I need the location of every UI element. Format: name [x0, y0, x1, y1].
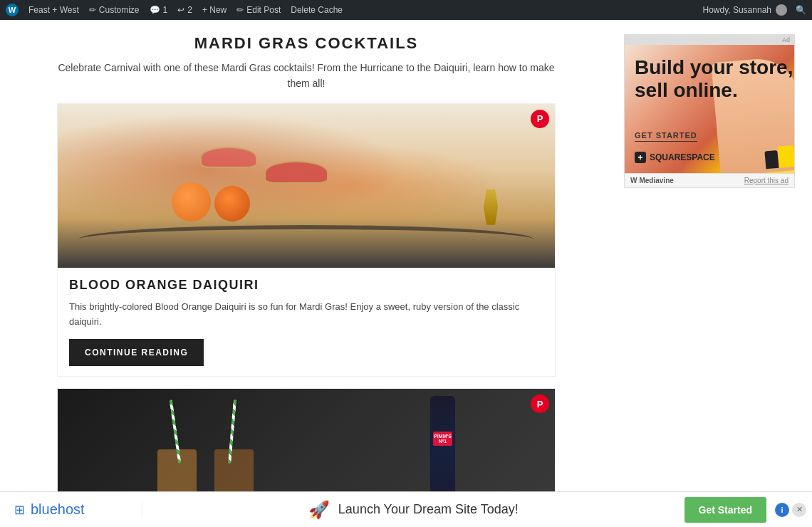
admin-bar: W Feast + West ✏ Customize 💬 1 ↩ 2 + New… [0, 0, 812, 20]
recipe-card-1: P BLOOD ORANGE DAIQUIRI This brightly-co… [57, 103, 556, 377]
admin-bar-howdy[interactable]: Howdy, Susannah [702, 4, 787, 16]
admin-bar-new[interactable]: + New [202, 5, 227, 15]
sidebar-ad: Ad Build your store, sell online. GET ST… [624, 34, 795, 188]
squarespace-headline: Build your store, sell online. [635, 56, 794, 102]
admin-bar-site-name[interactable]: Feast + West [28, 5, 79, 15]
mediavine-logo: W Mediavine [630, 177, 674, 184]
admin-bar-revisions[interactable]: ↩ 2 [177, 5, 192, 15]
user-avatar [776, 4, 787, 16]
recipe-1-name: BLOOD ORANGE DAIQUIRI [69, 278, 543, 293]
ad-badge: Ad [625, 35, 794, 45]
nail-black [764, 150, 779, 169]
sidebar: Ad Build your store, sell online. GET ST… [613, 20, 812, 527]
edit-icon: ✏ [236, 5, 244, 15]
mardi-gras-beads [79, 225, 533, 254]
ad-controls: i ✕ [775, 503, 812, 517]
cocktail-glass-1 [200, 147, 257, 168]
pimms-label: PIMM'SNº1 [433, 432, 452, 446]
recipe-card-1-image: P [58, 104, 555, 268]
orange-fruit-1 [172, 182, 211, 221]
post-subtitle: Celebrate Carnival with one of these Mar… [57, 60, 556, 92]
mediavine-text: Mediavine [639, 177, 673, 184]
admin-bar-wp-logo[interactable]: W [6, 4, 19, 16]
gold-jigger [484, 189, 498, 225]
customize-label: Customize [99, 5, 140, 15]
bluehost-tagline-text: Launch Your Dream Site Today! [338, 502, 519, 517]
post-header: MARDI GRAS COCKTAILS Celebrate Carnival … [0, 34, 613, 103]
squarespace-icon [635, 152, 646, 163]
revisions-icon: ↩ [177, 5, 184, 15]
bluehost-logo: ⊞ bluehost [0, 501, 142, 518]
edit-post-label: Edit Post [246, 5, 281, 15]
bluehost-text: bluehost [31, 501, 85, 518]
rocket-icon: 🚀 [308, 500, 330, 520]
main-wrapper: MARDI GRAS COCKTAILS Celebrate Carnival … [0, 20, 812, 527]
get-started-button[interactable]: Get Started [685, 497, 766, 523]
admin-bar-delete-cache[interactable]: Delete Cache [291, 5, 343, 15]
cocktail-glass-2 [264, 161, 328, 184]
nail-yellow [778, 145, 794, 168]
admin-bar-edit-post[interactable]: ✏ Edit Post [236, 5, 281, 15]
new-label: + New [202, 5, 227, 15]
search-icon[interactable]: 🔍 [796, 5, 806, 15]
ad-info-icon[interactable]: i [775, 503, 789, 517]
howdy-text: Howdy, Susannah [702, 5, 771, 15]
comments-count: 1 [163, 5, 168, 15]
recipe-1-description: This brightly-colored Blood Orange Daiqu… [69, 300, 543, 330]
post-title: MARDI GRAS COCKTAILS [57, 34, 556, 53]
revisions-count: 2 [187, 5, 192, 15]
pinterest-button-1[interactable]: P [531, 110, 549, 128]
close-ad-button[interactable]: ✕ [792, 503, 806, 517]
admin-bar-customize[interactable]: ✏ Customize [89, 5, 140, 15]
customize-icon: ✏ [89, 5, 96, 15]
comments-icon: 💬 [150, 5, 160, 15]
delete-cache-label: Delete Cache [291, 5, 343, 15]
wp-icon: W [6, 4, 19, 16]
squarespace-logo: SQUARESPACE [635, 152, 715, 163]
recipe-card-1-body: BLOOD ORANGE DAIQUIRI This brightly-colo… [58, 268, 555, 377]
bluehost-grid-icon: ⊞ [14, 502, 25, 518]
squarespace-brand: SQUARESPACE [650, 152, 715, 162]
site-name-label: Feast + West [28, 5, 79, 15]
mediavine-bar: W Mediavine Report this ad [625, 173, 794, 187]
bluehost-tagline: 🚀 Launch Your Dream Site Today! [142, 500, 685, 520]
content-area: MARDI GRAS COCKTAILS Celebrate Carnival … [0, 20, 613, 527]
bottom-ad-bar: ⊞ bluehost 🚀 Launch Your Dream Site Toda… [0, 491, 812, 527]
report-ad-link[interactable]: Report this ad [744, 177, 788, 184]
continue-reading-button[interactable]: CONTINUE READING [69, 339, 204, 366]
admin-bar-comments[interactable]: 💬 1 [150, 5, 168, 15]
squarespace-ad[interactable]: Build your store, sell online. GET START… [625, 45, 794, 173]
orange-fruit-2 [214, 186, 250, 221]
mediavine-icon: W [630, 177, 637, 184]
squarespace-cta[interactable]: GET STARTED [635, 131, 697, 142]
